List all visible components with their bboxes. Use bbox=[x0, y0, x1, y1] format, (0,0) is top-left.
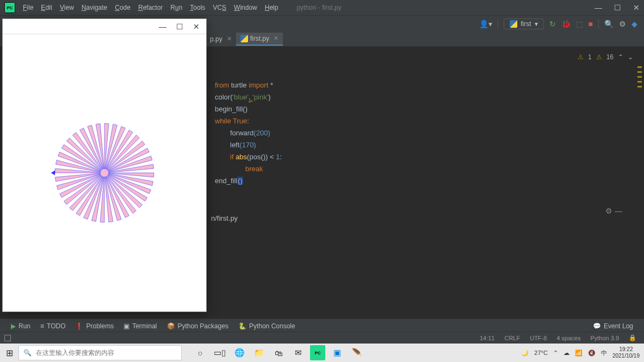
warn-count: 16 bbox=[606, 51, 614, 63]
tool-window-toggle[interactable] bbox=[4, 335, 11, 341]
taskbar-search[interactable]: 🔍 在这里输入你要搜索的内容 bbox=[18, 345, 182, 360]
settings-icon[interactable]: ⚙ bbox=[619, 20, 626, 28]
maximize-icon[interactable]: ☐ bbox=[176, 22, 183, 31]
app-icon[interactable]: ▣ bbox=[330, 345, 345, 360]
run-config-label: first bbox=[521, 20, 531, 28]
gear-icon[interactable]: ⚙ — bbox=[605, 207, 622, 215]
search-placeholder: 在这里输入你要搜索的内容 bbox=[36, 348, 114, 358]
stop-icon[interactable]: ■ bbox=[589, 20, 593, 28]
code-line: if abs(pos()) < 1: bbox=[215, 151, 644, 163]
tab-ppy[interactable]: p.py ✕ bbox=[206, 33, 236, 45]
search-icon[interactable]: 🔍 bbox=[604, 20, 614, 28]
task-view-icon[interactable]: ▭▯ bbox=[212, 345, 227, 360]
status-bar: 14:11 CRLF UTF-8 4 spaces Python 3.9 🔒 bbox=[0, 332, 644, 344]
svg-point-36 bbox=[101, 169, 109, 177]
svg-marker-9 bbox=[100, 173, 104, 222]
interpreter[interactable]: Python 3.9 bbox=[590, 335, 619, 341]
menu-window[interactable]: Window bbox=[234, 4, 257, 11]
caret-position[interactable]: 14:11 bbox=[480, 335, 495, 341]
taskbar-pinned: ○ ▭▯ 🌐 📁 🛍 ✉ PC ▣ 🪶 bbox=[193, 345, 364, 360]
turtle-drawing bbox=[50, 118, 159, 227]
menu-edit[interactable]: Edit bbox=[41, 4, 52, 11]
clock-date: 2021/10/19 bbox=[612, 353, 640, 359]
pycharm-logo: PC bbox=[4, 2, 15, 13]
code-line: break bbox=[215, 163, 644, 175]
run-config-selector[interactable]: first ▾ bbox=[504, 18, 543, 29]
minimize-icon[interactable]: — bbox=[159, 22, 166, 31]
close-icon[interactable]: ✕ bbox=[193, 22, 200, 31]
add-user-icon[interactable]: 👤▾ bbox=[479, 20, 492, 28]
pycharm-taskbar-icon[interactable]: PC bbox=[310, 345, 325, 360]
separator bbox=[598, 19, 599, 29]
tool-problems[interactable]: ❗Problems bbox=[75, 322, 114, 330]
menu-navigate[interactable]: Navigate bbox=[82, 4, 107, 11]
separator bbox=[498, 19, 498, 29]
run-icon[interactable]: ↻ bbox=[549, 20, 556, 28]
menu-file[interactable]: File bbox=[23, 4, 33, 11]
window-context: python - first.py bbox=[296, 4, 341, 11]
menu-code[interactable]: Code bbox=[115, 4, 131, 11]
explorer-icon[interactable]: 📁 bbox=[251, 345, 267, 360]
temperature[interactable]: 27°C bbox=[534, 349, 548, 356]
ime-icon[interactable]: 中 bbox=[601, 349, 607, 357]
tab-close-icon[interactable]: ✕ bbox=[274, 35, 278, 42]
menu-view[interactable]: View bbox=[60, 4, 74, 11]
error-count: 1 bbox=[588, 51, 592, 63]
code-line: color('blue', 'pink') bbox=[215, 91, 644, 103]
minimize-icon[interactable]: — bbox=[595, 3, 602, 12]
tool-todo[interactable]: ≡TODO bbox=[40, 322, 65, 330]
code-line: begin_fill() bbox=[215, 103, 644, 115]
system-tray: 🌙 27°C ⌃ ☁ 📶 🔇 中 19:22 2021/10/19 bbox=[521, 346, 644, 359]
tab-label: first.py bbox=[250, 35, 269, 42]
menu-vcs[interactable]: VCS bbox=[213, 4, 226, 11]
tool-event-log[interactable]: 💬Event Log bbox=[593, 322, 633, 330]
tray-chevron[interactable]: ⌃ bbox=[553, 349, 558, 357]
python-icon bbox=[240, 35, 248, 42]
volume-icon[interactable]: 🔇 bbox=[588, 349, 596, 357]
tool-terminal[interactable]: ▣Terminal bbox=[123, 322, 157, 330]
tool-python-console[interactable]: 🐍Python Console bbox=[238, 322, 295, 330]
code-line: while True: bbox=[215, 115, 644, 127]
feather-icon[interactable]: 🪶 bbox=[349, 345, 364, 360]
menu-run[interactable]: Run bbox=[170, 4, 182, 11]
line-separator[interactable]: CRLF bbox=[504, 335, 520, 341]
tab-firstpy[interactable]: first.py ✕ bbox=[236, 33, 283, 46]
problems-icon: ❗ bbox=[75, 322, 83, 330]
inspection-summary[interactable]: ⚠1 ⚠16 ⌃ ⌄ bbox=[578, 51, 633, 63]
mail-icon[interactable]: ✉ bbox=[290, 345, 306, 360]
tab-close-icon[interactable]: ✕ bbox=[227, 35, 232, 42]
turtle-graphics-window[interactable]: — ☐ ✕ bbox=[2, 18, 207, 312]
wifi-icon[interactable]: 📶 bbox=[575, 349, 583, 357]
warn-icon: ⚠ bbox=[596, 51, 602, 63]
svg-marker-27 bbox=[104, 123, 109, 173]
clock[interactable]: 19:22 2021/10/19 bbox=[612, 346, 640, 359]
coverage-icon[interactable]: ⬚ bbox=[576, 20, 583, 28]
menu-bar: PC File Edit View Navigate Code Refactor… bbox=[0, 0, 644, 15]
weather-icon[interactable]: 🌙 bbox=[521, 349, 529, 357]
turtle-canvas bbox=[3, 34, 206, 311]
event-log-icon: 💬 bbox=[593, 322, 601, 330]
menu-help[interactable]: Help bbox=[265, 4, 278, 11]
dropdown-icon: ▾ bbox=[535, 20, 538, 28]
edge-icon[interactable]: 🌐 bbox=[232, 345, 247, 360]
chevron-down-icon[interactable]: ⌄ bbox=[628, 51, 633, 63]
debug-icon[interactable]: 🐞 bbox=[561, 20, 571, 28]
tool-python-packages[interactable]: 📦Python Packages bbox=[167, 322, 228, 330]
code-line: left(170) bbox=[215, 139, 644, 151]
cortana-icon[interactable]: ○ bbox=[193, 345, 208, 360]
indent[interactable]: 4 spaces bbox=[556, 335, 580, 341]
list-icon: ≡ bbox=[40, 322, 44, 330]
close-icon[interactable]: ✕ bbox=[633, 3, 640, 12]
chevron-up-icon[interactable]: ⌃ bbox=[618, 51, 623, 63]
menu-refactor[interactable]: Refactor bbox=[138, 4, 163, 11]
menu-tools[interactable]: Tools bbox=[190, 4, 205, 11]
store-icon[interactable]: 🛍 bbox=[271, 345, 286, 360]
lock-icon[interactable]: 🔒 bbox=[629, 334, 636, 341]
onedrive-icon[interactable]: ☁ bbox=[564, 349, 569, 357]
encoding[interactable]: UTF-8 bbox=[530, 335, 547, 341]
search-icon: 🔍 bbox=[23, 349, 32, 357]
start-button[interactable]: ⊞ bbox=[0, 344, 18, 362]
ide-features-icon[interactable]: ◆ bbox=[631, 20, 637, 28]
maximize-icon[interactable]: ☐ bbox=[614, 3, 621, 12]
tool-run[interactable]: ▶Run bbox=[11, 322, 30, 330]
